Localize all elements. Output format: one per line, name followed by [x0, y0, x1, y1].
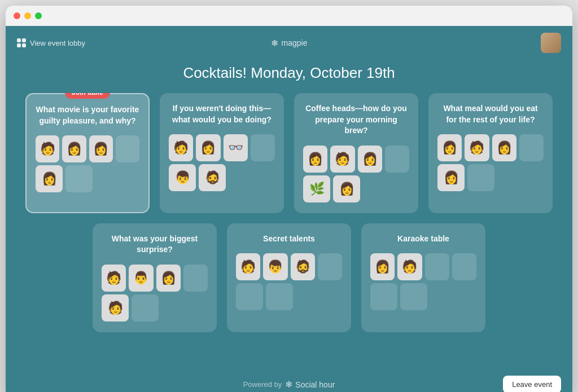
avatar-seat: 🧑 — [236, 253, 260, 280]
traffic-lights — [14, 12, 42, 19]
avatar-seat: 👩 — [62, 135, 86, 162]
empty-seat — [385, 146, 409, 173]
header: View event lobby ❄ magpie — [6, 26, 572, 60]
avatar-seat: 👩 — [196, 134, 220, 161]
avatar-seat: 👩 — [437, 164, 465, 191]
avatar-seat: 👩 — [89, 135, 113, 162]
empty-seat — [116, 135, 139, 162]
empty-seat — [467, 164, 494, 191]
footer: Powered by ❄ Social hour Leave event — [6, 371, 572, 392]
avatar-seat: 👨 — [129, 265, 153, 292]
avatar-row: 👩 — [36, 165, 139, 192]
avatar-seat: 🧑 — [102, 294, 129, 321]
table-title-7: Karaoke table — [370, 234, 476, 245]
avatar-row: 🧑 👩 👩 — [36, 135, 139, 162]
avatar-image — [541, 33, 561, 53]
app-window: View event lobby ❄ magpie Cocktails! Mon… — [6, 6, 572, 392]
avatar-seat: 👦 — [263, 253, 287, 280]
avatar-row: 👩 🧑 👩 — [303, 146, 409, 173]
table-card-3[interactable]: Coffee heads—how do you prepare your mor… — [294, 93, 418, 213]
avatar-seat: 🧑 — [102, 265, 126, 292]
minimize-button[interactable] — [24, 12, 31, 19]
app-content: View event lobby ❄ magpie Cocktails! Mon… — [6, 26, 572, 392]
avatar-seat: 🧔 — [199, 164, 226, 191]
empty-seat — [236, 283, 263, 310]
avatar-row: 🧑 — [102, 294, 208, 321]
empty-seat — [266, 283, 293, 310]
titlebar — [6, 6, 572, 26]
avatar-seat: 🧑 — [36, 135, 59, 162]
close-button[interactable] — [14, 12, 20, 19]
avatar-seat: 👩 — [333, 175, 360, 202]
avatar-seat: 👩 — [156, 265, 181, 292]
avatar-row: 🧑 👦 🧔 — [236, 253, 342, 280]
avatar-row: 👩 🧑 — [370, 253, 476, 280]
avatar-seat: 👩 — [303, 146, 327, 173]
empty-seat — [132, 294, 159, 321]
tables-container: Join table What movie is your favorite g… — [6, 93, 572, 371]
table-title-4: What meal would you eat for the rest of … — [437, 103, 544, 125]
empty-seat — [519, 134, 544, 161]
avatar-seat: 🧔 — [291, 253, 315, 280]
avatar-row: 🌿 👩 — [303, 175, 409, 202]
logo: ❄ magpie — [271, 38, 308, 49]
social-hour-icon: ❄ — [285, 379, 292, 390]
avatar-seat: 🧑 — [169, 134, 193, 161]
powered-by: Powered by ❄ Social hour — [243, 379, 335, 390]
avatar-seat: 🧑 — [330, 146, 354, 173]
avatar-seat: 🧑 — [465, 134, 489, 161]
avatar-seat: 👩 — [437, 134, 462, 161]
table-title-2: If you weren't doing this—what would you… — [169, 103, 275, 125]
table-card-6[interactable]: Secret talents 🧑 👦 🧔 — [227, 223, 351, 332]
view-lobby-label: View event lobby — [30, 39, 85, 47]
social-hour-text: Social hour — [295, 380, 335, 389]
empty-seat — [251, 134, 275, 161]
avatar-row: 🧑 👨 👩 — [102, 265, 208, 292]
avatar-seat: 👓 — [224, 134, 248, 161]
avatar-seat: 👩 — [370, 253, 395, 280]
user-avatar[interactable] — [541, 33, 561, 53]
empty-seat — [400, 283, 427, 310]
table-title-6: Secret talents — [236, 234, 342, 245]
view-lobby-button[interactable]: View event lobby — [17, 38, 85, 47]
social-hour-logo: ❄ Social hour — [285, 379, 335, 390]
table-card-1[interactable]: Join table What movie is your favorite g… — [25, 93, 150, 213]
avatar-row: 🧑 👩 👓 — [169, 134, 275, 161]
table-title-5: What was your biggest surprise? — [102, 234, 208, 256]
table-card-7[interactable]: Karaoke table 👩 🧑 — [361, 223, 485, 332]
avatar-row: 👩 — [437, 164, 544, 191]
avatar-row — [236, 283, 342, 310]
empty-seat — [452, 253, 476, 280]
leave-event-button[interactable]: Leave event — [503, 376, 561, 392]
avatar-row — [370, 283, 476, 310]
empty-seat — [183, 265, 208, 292]
powered-by-text: Powered by — [243, 380, 282, 389]
table-card-2[interactable]: If you weren't doing this—what would you… — [160, 93, 284, 213]
avatar-row: 👩 🧑 👩 — [437, 134, 544, 161]
page-title: Cocktails! Monday, October 19th — [6, 60, 572, 93]
tables-row-1: Join table What movie is your favorite g… — [28, 93, 550, 213]
empty-seat — [318, 253, 342, 280]
table-title-1: What movie is your favorite guilty pleas… — [36, 104, 139, 126]
empty-seat — [65, 165, 93, 192]
join-badge[interactable]: Join table — [65, 93, 110, 99]
avatar-seat: 🌿 — [303, 175, 330, 202]
avatar-row: 👦 🧔 — [169, 164, 275, 191]
maximize-button[interactable] — [35, 12, 42, 19]
empty-seat — [370, 283, 397, 310]
avatar-seat: 👩 — [492, 134, 516, 161]
table-card-4[interactable]: What meal would you eat for the rest of … — [428, 93, 553, 213]
avatar-seat: 👦 — [169, 164, 196, 191]
avatar-seat: 👩 — [358, 146, 382, 173]
table-card-5[interactable]: What was your biggest surprise? 🧑 👨 👩 🧑 — [93, 223, 217, 332]
empty-seat — [425, 253, 449, 280]
logo-icon: ❄ — [271, 38, 278, 49]
table-title-3: Coffee heads—how do you prepare your mor… — [303, 103, 409, 136]
avatar-seat: 🧑 — [397, 253, 422, 280]
grid-icon — [17, 38, 26, 47]
tables-row-2: What was your biggest surprise? 🧑 👨 👩 🧑 — [28, 223, 550, 332]
avatar-seat: 👩 — [36, 165, 63, 192]
logo-text: magpie — [282, 38, 308, 47]
